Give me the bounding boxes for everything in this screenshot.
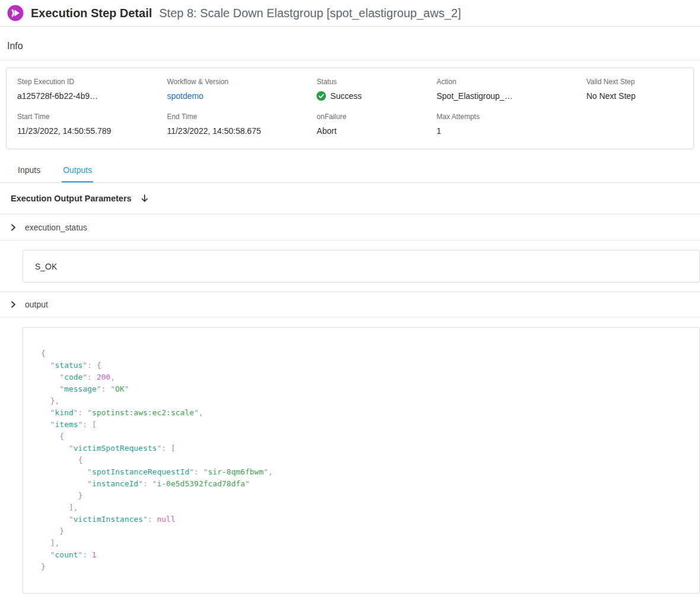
status-text: Success xyxy=(330,91,362,101)
app-header: Execution Step Detail Step 8: Scale Down… xyxy=(0,0,700,27)
field-label: End Time xyxy=(167,113,317,121)
chevron-right-icon xyxy=(9,223,17,232)
expand-all-arrow-down-icon[interactable] xyxy=(140,194,149,203)
page-title: Execution Step Detail xyxy=(31,7,152,20)
field-value: a125728f-6b22-4b9… xyxy=(17,91,167,101)
field-label: Step Execution ID xyxy=(17,78,167,86)
field-value: 11/23/2022, 14:50:55.789 xyxy=(17,126,167,136)
status-badge: Success xyxy=(317,91,436,101)
field-value: 11/23/2022, 14:50:58.675 xyxy=(167,126,317,136)
output-json-code: { "status": { "code": 200, "message": "O… xyxy=(23,327,700,594)
field-label: Max Attempts xyxy=(436,113,586,121)
tab-inputs[interactable]: Inputs xyxy=(17,158,41,182)
tab-outputs[interactable]: Outputs xyxy=(62,158,93,182)
collapse-row-label: execution_status xyxy=(25,223,87,232)
info-section-header: Info xyxy=(0,27,700,60)
workflow-link[interactable]: spotdemo xyxy=(167,91,317,101)
chevron-right-icon xyxy=(9,300,17,309)
field-label: Workflow & Version xyxy=(167,78,317,86)
execution-output-parameters-header: Execution Output Parameters xyxy=(0,183,700,214)
app-logo-icon[interactable] xyxy=(7,5,24,21)
field-label: Action xyxy=(436,78,586,86)
execution-status-value: S_OK xyxy=(35,262,57,271)
inputs-outputs-tabs: Inputs Outputs xyxy=(0,158,700,183)
info-card: Step Execution ID a125728f-6b22-4b9… Wor… xyxy=(6,68,694,149)
field-action: Action Spot_Elastigroup_… xyxy=(436,78,586,101)
field-value: Abort xyxy=(317,126,436,136)
field-label: onFailure xyxy=(317,113,436,121)
field-empty xyxy=(586,113,683,136)
page-subtitle: Step 8: Scale Down Elastgroup [spot_elas… xyxy=(159,7,461,20)
execution-status-value-box: S_OK xyxy=(23,250,700,283)
field-workflow-version: Workflow & Version spotdemo xyxy=(167,78,317,101)
execution-output-parameters-title: Execution Output Parameters xyxy=(11,194,132,203)
field-value: 1 xyxy=(436,126,586,136)
collapse-row-output[interactable]: output xyxy=(0,291,700,317)
info-section-title: Info xyxy=(7,41,23,51)
field-step-execution-id: Step Execution ID a125728f-6b22-4b9… xyxy=(17,78,167,101)
field-end-time: End Time 11/23/2022, 14:50:58.675 xyxy=(167,113,317,136)
collapse-row-execution-status[interactable]: execution_status xyxy=(0,214,700,240)
success-check-icon xyxy=(317,91,326,101)
collapse-row-label: output xyxy=(25,300,48,309)
field-valid-next-step: Valid Next Step No Next Step xyxy=(586,78,683,101)
field-on-failure: onFailure Abort xyxy=(317,113,436,136)
field-label: Status xyxy=(317,78,436,86)
field-value: No Next Step xyxy=(586,91,683,101)
field-value: Spot_Elastigroup_… xyxy=(436,91,586,101)
field-start-time: Start Time 11/23/2022, 14:50:55.789 xyxy=(17,113,167,136)
field-label: Valid Next Step xyxy=(586,78,683,86)
field-status: Status Success xyxy=(317,78,436,101)
field-label: Start Time xyxy=(17,113,167,121)
field-max-attempts: Max Attempts 1 xyxy=(436,113,586,136)
